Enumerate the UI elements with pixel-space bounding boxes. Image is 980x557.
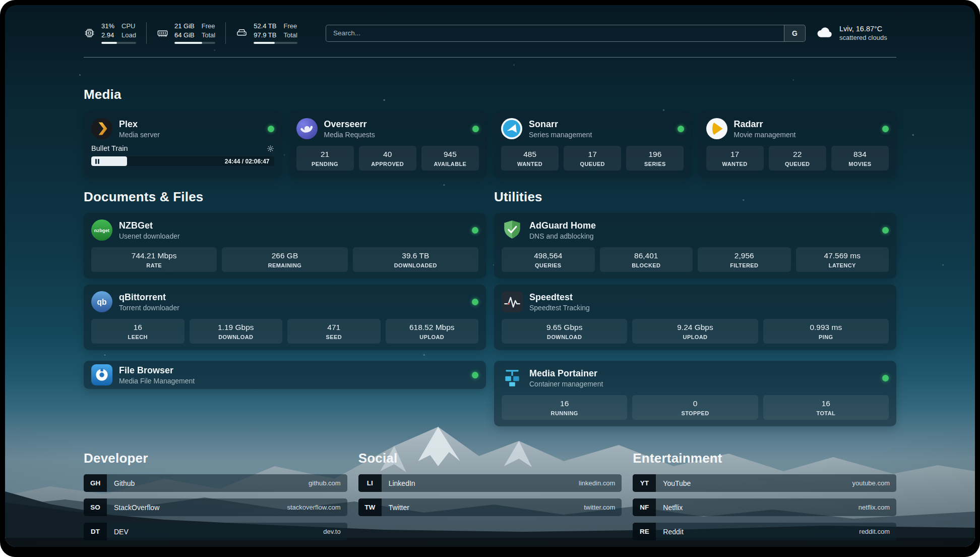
nzbget-card[interactable]: nzbget NZBGet Usenet downloader 74 [84,213,486,278]
overseerr-stat-available: 945AVAILABLE [421,146,479,171]
status-dot [882,375,889,381]
ram-free-label: Free [202,22,215,30]
disk-stat: 52.4 TB 97.9 TB Free Total [225,22,308,44]
app-title: Sonarr [529,119,592,130]
bookmark-linkedin[interactable]: LI LinkedIn linkedin.com [358,474,622,492]
reddit-icon: RE [633,523,656,540]
qbittorrent-card[interactable]: qb qBittorrent Torrent downloader [84,285,486,350]
youtube-icon: YT [633,474,656,492]
sonarr-card[interactable]: Sonarr Series management 485WANTED 17QUE… [494,112,692,177]
app-title: Overseerr [324,119,375,130]
status-dot [472,372,478,378]
portainer-card[interactable]: Media Portainer Container management 16R… [494,361,896,426]
overseerr-card[interactable]: Overseerr Media Requests 21PENDING 40APP… [289,112,487,177]
overseerr-stat-pending: 21PENDING [296,146,354,171]
app-subtitle: Container management [529,380,603,388]
bookmark-url: netflix.com [859,504,890,511]
plex-card[interactable]: Plex Media server Bullet Train [84,112,282,177]
app-title: Speedtest [529,292,590,303]
cpu-load-value: 2.94 [101,31,114,39]
ram-progress-bar [174,42,215,44]
adguard-card[interactable]: AdGuard Home DNS and adblocking 498,564Q… [494,213,896,278]
linkedin-icon: LI [358,474,382,492]
utilities-column: Utilities [494,189,896,426]
documents-column: Documents & Files nzbget [84,189,486,426]
section-title-documents: Documents & Files [84,189,486,205]
cpu-progress-bar [101,42,136,44]
bookmark-reddit[interactable]: RE Reddit reddit.com [633,523,896,540]
system-stats: 31% 2.94 CPU Load [84,22,308,44]
cpu-load-label: Load [121,31,136,39]
qbittorrent-stat-download: 1.19 GbpsDOWNLOAD [190,319,283,344]
app-title: Radarr [734,119,796,130]
memory-icon [157,27,168,39]
weather-location: Lviv, 16.87°C [839,25,887,33]
section-title-developer: Developer [84,451,347,466]
status-dot [268,126,274,132]
radarr-stat-wanted: 17WANTED [706,146,764,171]
radarr-card[interactable]: Radarr Movie management 17WANTED 22QUEUE… [699,112,897,177]
app-subtitle: Torrent downloader [119,304,179,312]
bookmark-name: Twitter [389,504,409,512]
device-frame: 31% 2.94 CPU Load [0,0,980,557]
bookmark-url: dev.to [323,528,340,535]
bookmark-name: StackOverflow [114,504,159,512]
sonarr-icon [501,118,522,139]
bookmark-url: stackoverflow.com [287,504,340,511]
search-engine-button[interactable]: G [784,25,805,41]
pause-icon[interactable] [95,159,99,164]
app-title: File Browser [119,365,195,376]
bookmark-name: DEV [114,528,129,536]
app-subtitle: Speedtest Tracking [529,304,590,312]
nzbget-stat-rate: 744.21 MbpsRATE [91,247,217,272]
social-bookmarks: Social LI LinkedIn linkedin.com TW Twitt… [358,451,622,547]
developer-bookmarks: Developer GH Github github.com SO StackO… [84,451,347,547]
bookmark-twitter[interactable]: TW Twitter twitter.com [358,498,622,516]
app-subtitle: DNS and adblocking [529,232,596,240]
top-bar: 31% 2.94 CPU Load [84,22,896,44]
bookmark-url: youtube.com [852,479,890,487]
speedtest-stat-download: 9.65 GbpsDOWNLOAD [502,319,627,344]
cpu-chip-icon [84,27,95,39]
speedtest-card[interactable]: Speedtest Speedtest Tracking 9.65 GbpsDO… [494,285,896,350]
disk-free-value: 52.4 TB [254,22,276,30]
app-subtitle: Media Requests [324,131,375,139]
header-divider [84,57,896,58]
bookmark-stackoverflow[interactable]: SO StackOverflow stackoverflow.com [84,498,347,516]
disk-total-value: 97.9 TB [254,31,276,39]
app-title: qBittorrent [119,292,179,303]
app-subtitle: Media server [119,131,160,139]
filebrowser-card[interactable]: File Browser Media File Management [84,361,486,389]
app-title: Plex [119,119,160,130]
qbittorrent-stat-upload: 618.52 MbpsUPLOAD [386,319,479,344]
playback-progress-bar[interactable]: 24:44 / 02:06:47 [91,156,274,166]
status-dot [882,227,889,234]
filebrowser-icon [91,364,112,385]
app-subtitle: Media File Management [119,377,195,385]
dashboard-screen: 31% 2.94 CPU Load [5,5,975,547]
disk-total-label: Total [283,31,297,39]
qbittorrent-stat-seed: 471SEED [287,319,381,344]
bookmark-youtube[interactable]: YT YouTube youtube.com [633,474,896,492]
bookmark-dev[interactable]: DT DEV dev.to [84,523,347,540]
search-input[interactable] [326,25,784,41]
weather-condition: scattered clouds [839,34,887,41]
ram-total-label: Total [202,31,215,39]
stackoverflow-icon: SO [84,498,107,516]
adguard-stat-queries: 498,564QUERIES [502,247,595,272]
speedtest-stat-ping: 0.993 msPING [763,319,889,344]
portainer-stat-stopped: 0STOPPED [632,395,758,420]
bookmark-name: Netflix [663,504,683,512]
cpu-percent: 31% [101,22,114,30]
settings-gear-icon[interactable] [267,145,274,152]
app-title: Media Portainer [529,368,603,379]
bookmark-github[interactable]: GH Github github.com [84,474,347,492]
app-title: AdGuard Home [529,220,596,231]
section-title-utilities: Utilities [494,189,896,205]
bookmark-url: reddit.com [859,528,890,535]
plex-icon [91,118,112,139]
svg-text:qb: qb [97,298,106,306]
bookmark-name: Reddit [663,528,683,536]
bookmark-name: LinkedIn [389,479,415,487]
bookmark-netflix[interactable]: NF Netflix netflix.com [633,498,896,516]
